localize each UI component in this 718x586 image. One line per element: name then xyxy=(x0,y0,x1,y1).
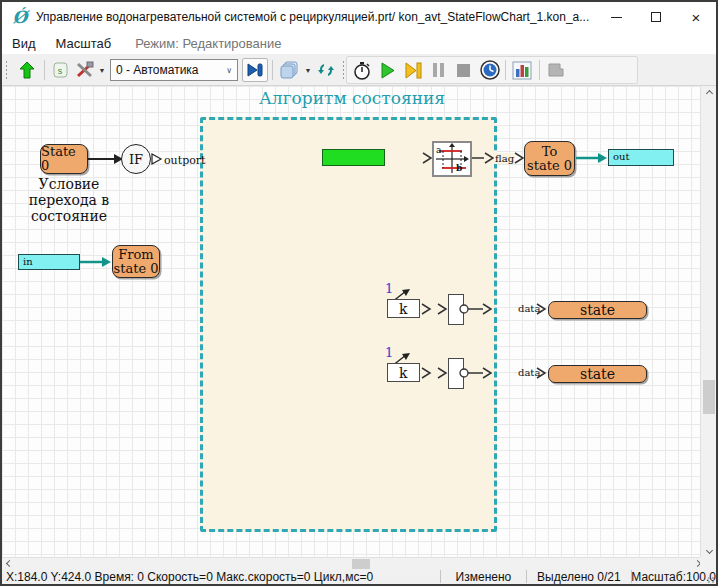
hysteresis-output-port xyxy=(472,152,494,164)
scroll-left-button[interactable] xyxy=(2,558,16,569)
from-state-line: From xyxy=(118,248,153,262)
stop-button[interactable] xyxy=(451,58,475,82)
status-modified: Изменено xyxy=(440,570,526,584)
horizontal-scrollbar[interactable] xyxy=(2,557,704,569)
refresh-arrows-icon xyxy=(317,62,335,78)
menu-mode-label: Режим: Редактирование xyxy=(121,36,291,51)
not-output xyxy=(459,367,493,379)
vertical-scrollbar[interactable] xyxy=(700,86,716,557)
gain-label: k xyxy=(399,365,407,381)
state0-block[interactable]: State 0 xyxy=(40,144,88,174)
step-forward-icon xyxy=(405,62,422,79)
to-state-line: To xyxy=(542,145,558,159)
script-button[interactable]: s xyxy=(48,58,72,82)
chevron-down-icon: ▼ xyxy=(305,67,312,74)
svg-text:s: s xyxy=(57,66,62,76)
flag-label: flag xyxy=(494,153,515,164)
sync-button[interactable] xyxy=(314,58,338,82)
not-input-port xyxy=(437,367,448,379)
maximize-button[interactable] xyxy=(636,2,676,32)
resize-grip[interactable] xyxy=(707,576,715,584)
layers-dropdown[interactable]: ▼ xyxy=(302,58,314,82)
chevron-down-icon: ▼ xyxy=(99,67,106,74)
menu-bar: Вид Масштаб Режим: Редактирование xyxy=(2,32,716,54)
horizontal-scroll-thumb[interactable] xyxy=(352,559,370,569)
chart-button[interactable] xyxy=(509,58,535,82)
out-port-block[interactable]: out xyxy=(608,149,674,166)
gain-output-port xyxy=(421,303,432,315)
toolbar: s ▼ 0 - Автоматика ∨ xyxy=(2,54,716,86)
status-selected: Выделено 0/21 xyxy=(527,570,631,584)
vertical-scroll-thumb[interactable] xyxy=(703,380,715,414)
gain-label: k xyxy=(399,301,407,317)
in-port-block[interactable]: in xyxy=(18,254,80,270)
mode-select-value: 0 - Автоматика xyxy=(116,63,199,77)
state-var-label: state xyxy=(580,366,615,382)
close-button[interactable]: × xyxy=(676,2,716,32)
timer-button[interactable] xyxy=(350,58,374,82)
navigate-up-button[interactable] xyxy=(14,58,40,82)
tools-dropdown[interactable]: ▼ xyxy=(96,58,108,82)
stacked-layers-icon xyxy=(279,61,299,80)
hysteresis-b-label: b xyxy=(456,163,462,173)
chevron-left-icon xyxy=(5,560,12,567)
connector-state0-if xyxy=(88,153,124,165)
scrollbar-corner xyxy=(700,557,716,569)
in-label: in xyxy=(23,256,33,267)
if-block[interactable]: IF xyxy=(121,144,151,174)
green-up-arrow-icon xyxy=(19,61,35,79)
mode-select[interactable]: 0 - Автоматика ∨ xyxy=(110,59,238,81)
status-position: X:184.0 Y:424.0 Время: 0 Скорость=0 Макс… xyxy=(2,570,440,584)
not-output xyxy=(459,303,493,315)
minimize-icon xyxy=(611,17,622,18)
status-bar: X:184.0 Y:424.0 Время: 0 Скорость=0 Макс… xyxy=(2,569,716,584)
toolbar-separator xyxy=(539,60,540,80)
log-button[interactable] xyxy=(543,58,567,82)
step-button[interactable] xyxy=(401,58,425,82)
to-state-block[interactable]: To state 0 xyxy=(524,141,575,176)
scroll-up-button[interactable] xyxy=(701,86,717,100)
chevron-up-icon xyxy=(705,89,712,96)
condition-note[interactable]: Условие перехода в состояние xyxy=(10,176,128,224)
state-var-block[interactable]: state xyxy=(548,301,647,319)
state-var-label: state xyxy=(580,302,615,318)
gain-output-port xyxy=(421,367,432,379)
state-input-port xyxy=(536,303,547,315)
diagram-title: Алгоритм состояния xyxy=(2,88,702,108)
outport-port-icon xyxy=(151,153,163,165)
toolbar-grip[interactable] xyxy=(5,60,8,80)
layers-button[interactable] xyxy=(276,58,302,82)
note-line: состояние xyxy=(10,208,128,224)
state-var-block[interactable]: state xyxy=(548,365,647,383)
title-bar[interactable]: Ǿ Управление водонагревательной системой… xyxy=(2,2,716,32)
diagram-canvas[interactable]: Алгоритм состояния State 0 IF outport Ус… xyxy=(2,86,702,557)
gain-block[interactable]: k xyxy=(387,363,420,382)
toolbar-separator xyxy=(272,60,273,80)
minimize-button[interactable] xyxy=(596,2,636,32)
menu-view[interactable]: Вид xyxy=(2,36,46,51)
from-state-block[interactable]: From state 0 xyxy=(112,245,160,278)
hammer-wrench-icon xyxy=(75,61,95,79)
app-logo-icon: Ǿ xyxy=(10,7,30,27)
stopwatch-icon xyxy=(353,61,371,80)
fit-selection-button[interactable] xyxy=(242,58,268,82)
gain-block[interactable]: k xyxy=(387,299,420,318)
time-button[interactable] xyxy=(477,58,503,82)
script-icon: s xyxy=(52,61,69,79)
maximize-icon xyxy=(651,12,661,22)
menu-scale[interactable]: Масштаб xyxy=(46,36,122,51)
bar-chart-icon xyxy=(512,61,532,80)
tools-button[interactable] xyxy=(72,58,98,82)
out-label: out xyxy=(613,151,629,162)
toolbar-grip[interactable] xyxy=(342,60,345,80)
play-icon xyxy=(380,62,396,79)
pause-button[interactable] xyxy=(427,58,449,82)
log-icon xyxy=(547,62,564,78)
indicator-block[interactable] xyxy=(322,149,385,166)
window-title: Управление водонагревательной системой с… xyxy=(36,10,589,24)
run-button[interactable] xyxy=(376,58,400,82)
hysteresis-icon: a b xyxy=(434,143,470,175)
hysteresis-block[interactable]: a b xyxy=(432,141,472,177)
scroll-down-button[interactable] xyxy=(701,543,717,557)
if-label: IF xyxy=(129,152,143,167)
